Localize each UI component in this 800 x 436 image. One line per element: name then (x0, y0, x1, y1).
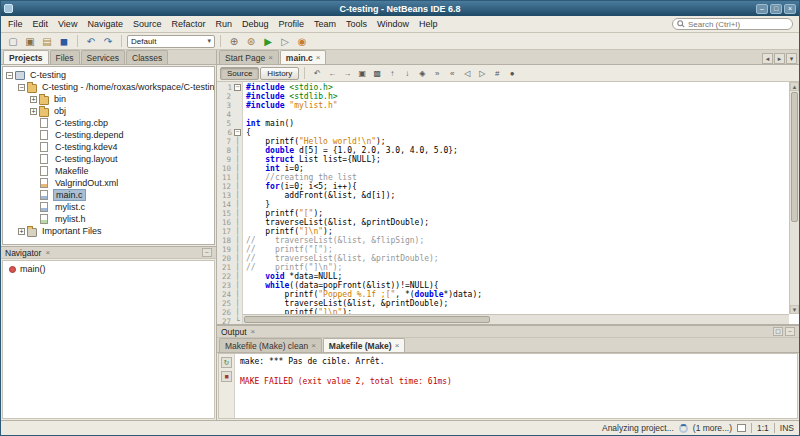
close-tab-icon[interactable]: × (311, 341, 316, 350)
find-selection-icon[interactable]: ▣ (355, 67, 369, 80)
tree-item-obj[interactable]: +obj (3, 105, 214, 117)
scroll-up-icon[interactable]: ▲ (790, 82, 799, 91)
menu-debug[interactable]: Debug (237, 17, 274, 31)
navigator-minimize-icon[interactable]: – (202, 248, 212, 257)
menu-run[interactable]: Run (210, 17, 237, 31)
menu-team[interactable]: Team (309, 17, 341, 31)
code-fold-toggle[interactable]: − (234, 129, 241, 136)
vertical-scrollbar-thumb[interactable] (791, 92, 798, 222)
undo-icon[interactable]: ↶ (83, 34, 99, 48)
next-bookmark-icon[interactable]: ↓ (400, 67, 414, 80)
tree-item-c-testing-home-roxas-workspace-c-testing[interactable]: −C-testing - /home/roxas/workspace/C-tes… (3, 81, 214, 93)
menu-refactor[interactable]: Refactor (166, 17, 210, 31)
code-text[interactable]: #include <stdio.h>#include <stdlib.h>#in… (243, 82, 799, 324)
explorer-tab-files[interactable]: Files (50, 50, 80, 64)
navigator-item-main[interactable]: main() (3, 263, 214, 275)
output-console[interactable]: make: *** Pas de cible. Arrêt. MAKE FAIL… (235, 354, 797, 418)
navigator-close-icon[interactable]: × (45, 248, 50, 257)
close-tab-icon[interactable]: × (268, 53, 273, 62)
more-tasks-link[interactable]: (1 more...) (693, 423, 732, 433)
menu-edit[interactable]: Edit (28, 17, 54, 31)
menu-tools[interactable]: Tools (341, 17, 372, 31)
output-tab-makefile-make[interactable]: Makefile (Make)× (323, 338, 406, 352)
debug-project-icon[interactable]: ▷ (277, 34, 293, 48)
history-view-button[interactable]: History (260, 67, 299, 80)
save-all-icon[interactable]: ◼ (56, 34, 72, 48)
macro-record-icon[interactable]: ● (505, 67, 519, 80)
build-project-icon[interactable]: ⊕ (226, 34, 242, 48)
maximize-button[interactable]: □ (770, 4, 782, 14)
shift-right-icon[interactable]: ▷ (475, 67, 489, 80)
tree-item-mylist-h[interactable]: mylist.h (3, 213, 214, 225)
minimize-button[interactable]: – (756, 4, 768, 14)
expand-icon[interactable]: + (30, 108, 37, 115)
back-icon[interactable]: ← (325, 67, 339, 80)
tree-item-bin[interactable]: +bin (3, 93, 214, 105)
tree-item-important-files[interactable]: +Important Files (3, 225, 214, 237)
highlight-icon[interactable]: ▩ (370, 67, 384, 80)
tree-item-main-c[interactable]: main.c (3, 189, 214, 201)
redo-icon[interactable]: ↷ (100, 34, 116, 48)
editor-tab-start-page[interactable]: Start Page× (219, 50, 279, 64)
menu-help[interactable]: Help (414, 17, 443, 31)
scroll-tabs-right-icon[interactable]: ▸ (774, 53, 785, 64)
horizontal-scrollbar[interactable] (243, 314, 789, 324)
close-tab-icon[interactable]: × (395, 341, 400, 350)
expand-icon[interactable]: + (18, 228, 25, 235)
output-close-icon[interactable]: × (251, 327, 256, 336)
config-select[interactable]: Default▾ (127, 35, 215, 48)
quick-search[interactable] (672, 18, 793, 30)
output-float-icon[interactable]: ▢ (773, 327, 783, 336)
shift-left-icon[interactable]: ◁ (460, 67, 474, 80)
explorer-tab-classes[interactable]: Classes (126, 50, 168, 64)
horizontal-scrollbar-thumb[interactable] (244, 316, 490, 323)
open-project-icon[interactable]: ▤ (39, 34, 55, 48)
new-project-icon[interactable]: ▣ (22, 34, 38, 48)
tree-item-makefile[interactable]: Makefile (3, 165, 214, 177)
comment-icon[interactable]: # (490, 67, 504, 80)
tree-item-c-testing-kdev4[interactable]: C-testing.kdev4 (3, 141, 214, 153)
tree-item-valgrindout-xml[interactable]: ValgrindOut.xml (3, 177, 214, 189)
previous-bookmark-icon[interactable]: ↑ (385, 67, 399, 80)
new-file-icon[interactable]: ▢ (5, 34, 21, 48)
menu-navigate[interactable]: Navigate (82, 17, 128, 31)
tree-item-c-testing-layout[interactable]: C-testing.layout (3, 153, 214, 165)
collapse-icon[interactable]: − (6, 72, 13, 79)
expand-icon[interactable]: + (30, 96, 37, 103)
search-input[interactable] (688, 20, 788, 29)
code-fold-toggle[interactable]: − (234, 84, 241, 91)
menu-source[interactable]: Source (128, 17, 167, 31)
vertical-scrollbar[interactable]: ▲ ▼ (789, 82, 799, 314)
task-list-icon[interactable] (737, 424, 746, 432)
tree-item-mylist-c[interactable]: mylist.c (3, 201, 214, 213)
menu-profile[interactable]: Profile (274, 17, 310, 31)
profile-project-icon[interactable]: ◉ (294, 34, 310, 48)
code-editor[interactable]: 1−23456−7│8│9│10│11│12│13│14│15│16│17│18… (217, 82, 799, 324)
run-project-icon[interactable]: ▶ (260, 34, 276, 48)
menu-file[interactable]: File (3, 17, 28, 31)
source-view-button[interactable]: Source (220, 67, 259, 80)
stop-build-icon[interactable]: ■ (221, 371, 232, 382)
tab-list-icon[interactable]: ▾ (786, 53, 797, 64)
output-minimize-icon[interactable]: – (785, 327, 795, 336)
collapse-icon[interactable]: − (18, 84, 25, 91)
previous-error-icon[interactable]: « (445, 67, 459, 80)
explorer-tab-projects[interactable]: Projects (3, 50, 49, 64)
close-button[interactable]: × (784, 4, 796, 14)
output-tab-makefile-make-clean[interactable]: Makefile (Make) clean× (219, 338, 322, 352)
toggle-bookmark-icon[interactable]: ◈ (415, 67, 429, 80)
editor-tab-main-c[interactable]: main.c× (280, 50, 327, 64)
explorer-tab-services[interactable]: Services (81, 50, 126, 64)
next-error-icon[interactable]: » (430, 67, 444, 80)
tree-item-c-testing-depend[interactable]: C-testing.depend (3, 129, 214, 141)
tree-item-c-testing[interactable]: −C-testing (3, 69, 214, 81)
clean-build-project-icon[interactable]: ⊛ (243, 34, 259, 48)
menu-view[interactable]: View (53, 17, 82, 31)
close-tab-icon[interactable]: × (316, 53, 321, 62)
menu-window[interactable]: Window (372, 17, 414, 31)
tree-item-c-testing-cbp[interactable]: C-testing.cbp (3, 117, 214, 129)
forward-icon[interactable]: → (340, 67, 354, 80)
scroll-down-icon[interactable]: ▼ (790, 305, 799, 314)
rerun-build-icon[interactable]: ↻ (221, 357, 232, 368)
scroll-tabs-left-icon[interactable]: ◂ (762, 53, 773, 64)
